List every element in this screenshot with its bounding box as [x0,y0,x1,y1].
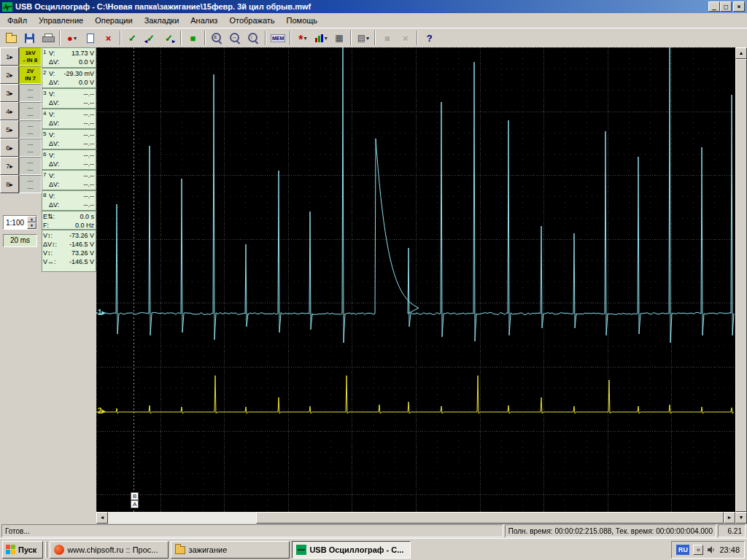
channel-7-button[interactable]: 7▸ [0,157,19,175]
voltage-label: V: [49,49,55,58]
channel-5-button[interactable]: 5▸ [0,120,19,139]
channel-4-button[interactable]: 4▸ [0,102,19,120]
open-button[interactable] [2,29,20,47]
menu-item-2[interactable]: Управление [33,15,89,26]
gray-x-icon: × [403,33,409,44]
channel-7-range-box[interactable]: ------ [19,157,42,175]
toolbar-separator [374,31,376,45]
taskbar-task-1[interactable]: www.chipsoft.ru :: Прос... [50,541,169,559]
screen-mode-button[interactable]: ■ [184,29,202,47]
vertical-scrollbar[interactable]: ▲ ▼ [735,47,747,524]
menu-item-5[interactable]: Анализ [185,15,223,26]
cursor-flag-b[interactable]: B [131,492,139,500]
input-label: IN 7 [20,75,41,82]
zoom-v-icon: ↕ [248,33,259,44]
help-button[interactable]: ? [420,29,438,47]
measure-grid-button[interactable]: ▦ [330,29,348,47]
channel-panel: 1▸1kV- IN 82▸2VIN 73▸------4▸------5▸---… [0,47,96,524]
channel-3-button[interactable]: 3▸ [0,84,19,102]
menu-item-1[interactable]: Файл [1,15,33,26]
channel-4-range-box[interactable]: ------ [19,102,42,120]
voltage-value: -29.30 mV [63,69,94,78]
menu-item-6[interactable]: Отображать [223,15,280,26]
channel-8-measurements: 8V:--.--ΔV:--.-- [42,190,96,211]
mark-prev-button[interactable]: ✓ [142,29,160,47]
voltage-label: V: [49,69,55,78]
channel-6-measurements: 6V:--.--ΔV:--.-- [42,149,96,170]
channel-2-range-box[interactable]: 2VIN 7 [19,66,42,84]
menubar: ФайлУправлениеОперацииЗакладкиАнализОтоб… [0,13,747,28]
taskbar-task-3[interactable]: USB Осциллограф - C... [292,541,411,559]
menu-item-4[interactable]: Закладки [139,15,185,26]
scroll-down-icon[interactable]: ▼ [735,512,747,524]
language-indicator[interactable]: RU [676,545,689,555]
taskbar-task-2[interactable]: зажигание [171,541,290,559]
channel-3-range-box[interactable]: ------ [19,84,42,102]
channel-number: 1 [43,49,49,66]
print-button[interactable] [39,29,57,47]
toolbar-separator [350,31,352,45]
taskbar-grip[interactable] [45,542,47,558]
menu-item-3[interactable]: Операции [89,15,138,26]
zoom-horizontal-button[interactable]: ↔ [226,29,244,47]
mark-ok-button[interactable]: ✓ [123,29,142,47]
input-label: - IN 8 [20,57,41,64]
markers-button[interactable]: *▾ [293,29,311,47]
zoom-vertical-button[interactable]: ↕ [244,29,263,47]
oscillogram-canvas[interactable] [96,47,735,512]
minimize-button[interactable]: _ [708,1,720,12]
horizontal-scrollbar[interactable]: ◄ ► [96,512,735,524]
tray-collapse-icon[interactable]: « [693,545,703,555]
search-button[interactable]: a [208,29,226,47]
channel-1-range-box[interactable]: 1kV- IN 8 [19,47,42,66]
delete-record-button[interactable]: × [99,29,117,47]
delta-voltage-value: --.-- [84,160,95,168]
channel-8-range-box[interactable]: ------ [19,175,42,193]
range-value: --- [20,177,41,184]
oscillogram-area: 1▸2▸BA ◄ ► [96,47,735,524]
scroll-up-icon[interactable]: ▲ [735,47,747,59]
channel-controls-column: 1▸1kV- IN 82▸2VIN 73▸------4▸------5▸---… [0,47,42,524]
record-button[interactable]: ●▾ [63,29,81,47]
channel-6-range-box[interactable]: ------ [19,139,42,157]
horizontal-scroll-track[interactable] [108,512,724,524]
spin-down-icon[interactable]: ▼ [27,222,36,229]
memory-button[interactable]: MEM [268,29,287,47]
delta-voltage-value: 0.0 V [79,78,94,87]
channel-8-button[interactable]: 8▸ [0,175,19,193]
channel-2-button[interactable]: 2▸ [0,66,19,84]
channel-5-row: 5▸------ [0,120,42,139]
delta-voltage-value: --.-- [84,139,95,148]
timebase-button[interactable]: 20 ms [3,234,37,247]
cursor-flag-a[interactable]: A [131,500,139,508]
time-frequency-box: E⇅:0.0 sF:0.0 Hz [42,211,96,230]
volume-icon[interactable] [707,545,716,554]
spin-up-icon[interactable]: ▲ [27,216,36,222]
probe-ratio-spinner[interactable]: 1:100 ▲ ▼ [3,215,37,230]
analysis-button[interactable]: ▾ [311,29,330,47]
scroll-right-icon[interactable]: ► [724,512,735,524]
channel-5-range-box[interactable]: ------ [19,120,42,139]
maximize-button[interactable]: □ [720,1,732,12]
channel-1-button[interactable]: 1▸ [0,47,19,66]
menu-item-7[interactable]: Помощь [281,15,324,26]
save-button[interactable] [20,29,39,47]
trace-1-marker[interactable]: 1▸ [98,308,106,316]
delta-voltage-label: ΔV: [49,98,59,107]
report-button[interactable]: ▤▾ [354,29,372,47]
voltage-value: --.-- [84,151,95,160]
channel-3-measurements: 3V:--.--ΔV:--.-- [42,88,96,109]
scroll-left-icon[interactable]: ◄ [96,512,108,524]
channel-7-row: 7▸------ [0,157,42,175]
horizontal-scroll-thumb[interactable] [256,512,724,524]
channel-6-button[interactable]: 6▸ [0,139,19,157]
view-page-button[interactable] [81,29,99,47]
start-button[interactable]: Пуск [2,541,43,559]
oscillogram-display: 1▸2▸BA [96,47,735,512]
vertical-scroll-thumb[interactable] [735,59,747,512]
trace-2-marker[interactable]: 2▸ [98,407,106,415]
mark-next-button[interactable]: ✓ [160,29,178,47]
close-button[interactable]: × [733,1,745,12]
status-message: Готов... [1,524,503,537]
cursor-value: -146.5 V [69,240,94,249]
